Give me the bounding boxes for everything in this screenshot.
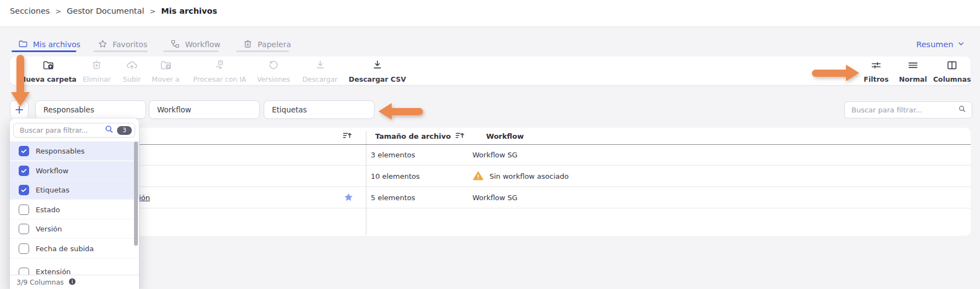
tab-indicator [163, 50, 219, 52]
cell-size: 10 elementos [371, 166, 420, 187]
cell-workflow-text: Sin workflow asociado [489, 172, 569, 180]
column-option-responsables[interactable]: Responsables [10, 141, 139, 161]
table-row[interactable]: ción 5 elementos Workflow SG [10, 187, 971, 208]
filters-icon [870, 59, 882, 73]
tab-workflow[interactable]: Workflow [170, 37, 220, 52]
info-icon [68, 277, 76, 287]
tab-indicator-active [12, 50, 76, 52]
filter-chip-label: Etiquetas [272, 105, 307, 114]
search-icon [104, 124, 114, 136]
toolbar-label: Eliminar [82, 76, 110, 83]
breadcrumb-item-mis-archivos: Mis archivos [161, 7, 217, 15]
files-table: Tamaño de archivo Workflow 3 elementos W… [10, 128, 971, 236]
tab-label: Mis archivos [33, 40, 80, 49]
download-icon [315, 59, 326, 72]
delete-icon [91, 59, 102, 72]
table-row[interactable]: 10 elementos Sin workflow asociado [10, 166, 971, 187]
filter-chip-responsables[interactable]: Responsables [35, 100, 146, 119]
columns-icon [946, 59, 958, 73]
checkbox-unchecked-icon[interactable] [19, 205, 29, 215]
star-icon [98, 39, 108, 50]
download-csv-button[interactable]: Descargar CSV [344, 59, 410, 83]
column-header-size[interactable]: Tamaño de archivo [375, 128, 451, 144]
filter-chip-etiquetas[interactable]: Etiquetas [264, 100, 375, 119]
upload-button[interactable]: Subir [115, 59, 148, 83]
trash-icon [243, 39, 253, 50]
ai-process-button[interactable]: AI Procesar con IA [187, 59, 253, 83]
column-header-name-sort[interactable] [342, 128, 353, 144]
checkbox-checked-icon[interactable] [19, 185, 29, 195]
new-folder-icon [42, 59, 54, 73]
download-csv-icon [372, 59, 383, 72]
cell-size: 3 elementos [371, 144, 415, 166]
column-option-version[interactable]: Versión [10, 219, 139, 239]
checkbox-checked-icon[interactable] [19, 146, 29, 156]
summary-label: Resumen [916, 40, 953, 49]
column-picker-search-input[interactable]: Buscar para filtrar... 3 [13, 123, 135, 138]
selected-count-badge: 3 [117, 126, 132, 135]
filters-button[interactable]: Filtros [860, 59, 893, 83]
filter-chip-label: Responsables [43, 105, 94, 114]
chevron-down-icon [957, 39, 965, 49]
option-label: Etiquetas [36, 186, 69, 194]
tab-papelera[interactable]: Papelera [243, 37, 291, 52]
tab-favoritos[interactable]: Favoritos [98, 37, 147, 52]
cell-workflow: Workflow SG [472, 144, 517, 166]
breadcrumb-separator: > [55, 7, 62, 15]
download-button[interactable]: Descargar [297, 59, 343, 83]
cell-size: 5 elementos [371, 187, 415, 208]
column-option-fecha-de-subida[interactable]: Fecha de subida [10, 239, 139, 258]
scrollbar[interactable] [134, 141, 138, 246]
filter-chip-workflow[interactable]: Workflow [149, 100, 260, 119]
versions-button[interactable]: Versiones [252, 59, 296, 83]
checkbox-checked-icon[interactable] [19, 166, 29, 176]
column-picker-dropdown: Buscar para filtrar... 3 Responsables Wo… [10, 118, 139, 289]
column-option-workflow[interactable]: Workflow [10, 161, 139, 180]
sort-icon [342, 130, 353, 143]
breadcrumb-bar: Secciones > Gestor Documental > Mis arch… [0, 0, 980, 27]
tab-mis-archivos[interactable]: Mis archivos [18, 37, 80, 52]
density-normal-button[interactable]: Normal [897, 59, 929, 83]
column-picker-footer: 3/9 Columnas [10, 275, 139, 289]
toolbar-label: Procesar con IA [193, 76, 246, 83]
toolbar-label: Columnas [933, 76, 971, 83]
checkbox-unchecked-icon[interactable] [19, 224, 29, 234]
column-header-size-sort[interactable] [454, 128, 465, 144]
folder-icon [18, 39, 28, 50]
option-label: Workflow [36, 167, 69, 175]
column-option-estado[interactable]: Estado [10, 200, 139, 219]
toolbar-label: Mover a [152, 76, 179, 83]
search-placeholder: Buscar para filtrar... [20, 126, 104, 134]
toolbar-label: Descargar [302, 76, 337, 83]
warning-icon [472, 170, 484, 183]
move-to-button[interactable]: Mover a [145, 59, 186, 83]
breadcrumb: Secciones > Gestor Documental > Mis arch… [10, 7, 217, 15]
option-label: Estado [36, 206, 60, 214]
table-search-input[interactable]: Buscar para filtrar... [844, 101, 972, 118]
new-folder-button[interactable]: Nueva carpeta [18, 59, 79, 83]
column-header-label: Workflow [486, 132, 524, 140]
table-row[interactable]: 3 elementos Workflow SG [10, 144, 971, 166]
toolbar-label: Filtros [864, 76, 888, 83]
breadcrumb-item-gestor-documental[interactable]: Gestor Documental [67, 7, 144, 15]
ai-process-icon: AI [214, 59, 226, 73]
versions-icon [268, 59, 279, 72]
tab-indicator [93, 50, 148, 52]
favorite-star-icon[interactable] [343, 187, 354, 208]
columns-button[interactable]: Columnas [933, 59, 971, 83]
toolbar-label: Nueva carpeta [20, 76, 77, 83]
toolbar-label: Subir [123, 76, 141, 83]
column-option-etiquetas[interactable]: Etiquetas [10, 180, 139, 200]
footer-count: 3/9 Columnas [16, 278, 64, 286]
density-icon [907, 59, 919, 73]
breadcrumb-item-secciones[interactable]: Secciones [10, 7, 50, 15]
cell-workflow: Sin workflow asociado [472, 166, 569, 187]
checkbox-unchecked-icon[interactable] [19, 243, 29, 254]
summary-toggle[interactable]: Resumen [916, 39, 965, 49]
option-label: Fecha de subida [36, 245, 94, 253]
sort-icon [454, 130, 465, 143]
delete-button[interactable]: Eliminar [75, 59, 119, 83]
tab-label: Papelera [258, 40, 291, 49]
search-placeholder: Buscar para filtrar... [851, 106, 958, 114]
column-header-workflow[interactable]: Workflow [486, 128, 524, 144]
